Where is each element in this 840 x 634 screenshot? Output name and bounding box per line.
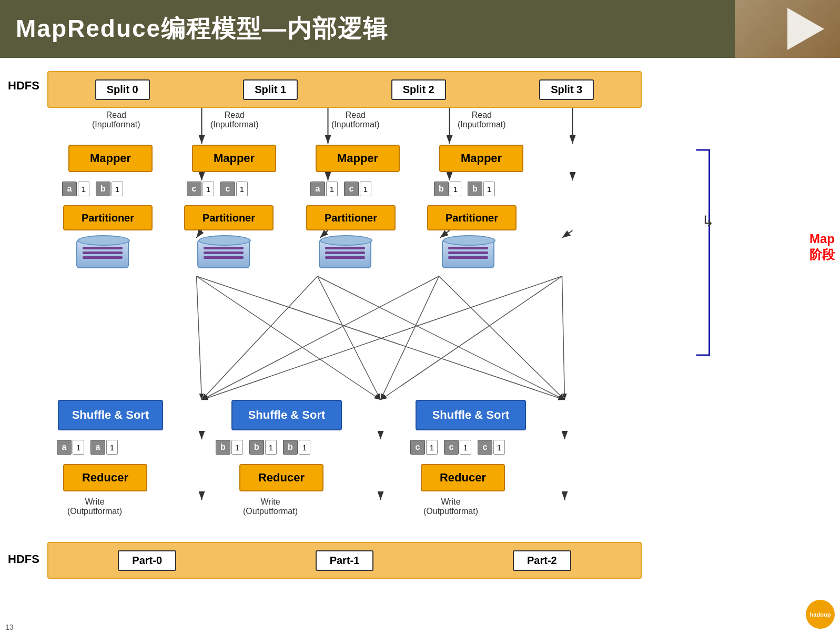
kv-key-2c: c [344, 182, 359, 196]
write-label-1: Write(Outputformat) [243, 497, 298, 516]
mapper-2: Mapper [316, 145, 400, 172]
kv-key-0b: b [96, 182, 110, 196]
kv-val-1c2: 1 [236, 182, 248, 196]
hadoop-logo: hadoop [806, 600, 835, 629]
kv-r0-a1v: 1 [73, 440, 84, 455]
part-0: Part-0 [118, 550, 176, 571]
output-bar: Part-0 Part-1 Part-2 [47, 542, 642, 579]
kv-reducer-2: c 1 c 1 c 1 [410, 440, 505, 455]
read-label-0: Read(Inputformat) [92, 110, 140, 129]
hdfs-bottom-label: HDFS [8, 552, 39, 566]
kv-val-0a: 1 [78, 182, 89, 196]
kv-r1-b2v: 1 [265, 440, 277, 455]
kv-r1-b3v: 1 [299, 440, 310, 455]
svg-line-12 [562, 230, 573, 238]
map-stage-label: Map阶段 [809, 232, 835, 263]
kv-r0-a2v: 1 [106, 440, 118, 455]
svg-line-9 [197, 230, 202, 238]
kv-r2-c3v: 1 [493, 440, 505, 455]
shuffle-sort-1: Shuffle & Sort [231, 400, 342, 430]
kv-r1-b1k: b [216, 440, 230, 455]
split-2: Split 2 [391, 79, 446, 100]
write-label-0: Write(Outputformat) [67, 497, 122, 516]
shuffle-sort-2: Shuffle & Sort [416, 400, 526, 430]
kv-r2-c1k: c [410, 440, 425, 455]
hdfs-top-label: HDFS [8, 79, 39, 93]
kv-val-2c: 1 [360, 182, 371, 196]
read-label-2: Read(Inputformat) [331, 110, 380, 129]
kv-key-3b2: b [468, 182, 482, 196]
shuffle-sort-0: Shuffle & Sort [58, 400, 163, 430]
disk-3 [442, 239, 494, 268]
kv-r0-a2k: a [90, 440, 105, 455]
split-0: Split 0 [95, 79, 150, 100]
kv-r2-c1v: 1 [426, 440, 438, 455]
hadoop-text: hadoop [810, 611, 831, 618]
kv-mapper-1: c 1 c 1 [187, 182, 248, 196]
play-button[interactable] [782, 5, 829, 53]
kv-val-2a: 1 [326, 182, 338, 196]
kv-reducer-0: a 1 a 1 [57, 440, 118, 455]
svg-line-16 [202, 276, 318, 400]
kv-val-0b: 1 [112, 182, 123, 196]
svg-line-24 [562, 276, 565, 400]
partitioner-3: Partitioner [427, 205, 517, 230]
kv-val-1c1: 1 [203, 182, 214, 196]
svg-text:↳: ↳ [702, 213, 714, 229]
svg-line-20 [381, 276, 439, 400]
disk-0 [76, 239, 129, 268]
kv-r1-b1v: 1 [231, 440, 243, 455]
reducer-2: Reducer [421, 464, 505, 491]
kv-r2-c2v: 1 [460, 440, 471, 455]
svg-line-19 [202, 276, 439, 400]
svg-line-13 [197, 276, 202, 400]
kv-key-0a: a [62, 182, 77, 196]
part-2: Part-2 [513, 550, 571, 571]
svg-line-17 [318, 276, 381, 400]
svg-line-22 [202, 276, 562, 400]
read-label-3: Read(Inputformat) [458, 110, 506, 129]
svg-line-15 [197, 276, 565, 400]
kv-mapper-3: b 1 b 1 [434, 182, 495, 196]
svg-line-18 [318, 276, 565, 400]
kv-reducer-1: b 1 b 1 b 1 [216, 440, 310, 455]
page-number: 13 [5, 623, 14, 631]
mapper-0: Mapper [68, 145, 153, 172]
reducer-1: Reducer [239, 464, 323, 491]
partitioner-2: Partitioner [306, 205, 396, 230]
write-label-2: Write(Outputformat) [423, 497, 478, 516]
reducer-0: Reducer [63, 464, 147, 491]
kv-r2-c2k: c [444, 440, 459, 455]
header: MapReduce编程模型—内部逻辑 [0, 0, 840, 58]
mapper-3: Mapper [439, 145, 523, 172]
kv-val-3b1: 1 [450, 182, 461, 196]
read-label-1: Read(Inputformat) [210, 110, 259, 129]
kv-r0-a1k: a [57, 440, 72, 455]
disk-2 [319, 239, 371, 268]
kv-key-1c1: c [187, 182, 201, 196]
page-title: MapReduce编程模型—内部逻辑 [16, 13, 388, 45]
kv-r1-b3k: b [283, 440, 298, 455]
partitioner-1: Partitioner [184, 205, 274, 230]
main-content: HDFS Split 0 Split 1 Split 2 Split 3 Rea… [0, 58, 840, 634]
kv-key-1c2: c [220, 182, 235, 196]
kv-mapper-2: a 1 c 1 [310, 182, 371, 196]
kv-key-2a: a [310, 182, 325, 196]
kv-r1-b2k: b [249, 440, 264, 455]
kv-val-3b2: 1 [483, 182, 495, 196]
split-3: Split 3 [539, 79, 594, 100]
part-1: Part-1 [316, 550, 374, 571]
mapper-1: Mapper [192, 145, 276, 172]
play-icon [787, 8, 824, 50]
partitioner-0: Partitioner [63, 205, 153, 230]
svg-line-14 [197, 276, 381, 400]
kv-r2-c3k: c [478, 440, 492, 455]
splits-bar: Split 0 Split 1 Split 2 Split 3 [47, 71, 642, 108]
split-1: Split 1 [243, 79, 298, 100]
kv-key-3b1: b [434, 182, 449, 196]
disk-1 [197, 239, 250, 268]
svg-line-21 [439, 276, 565, 400]
svg-line-23 [381, 276, 562, 400]
kv-mapper-0: a 1 b 1 [62, 182, 123, 196]
